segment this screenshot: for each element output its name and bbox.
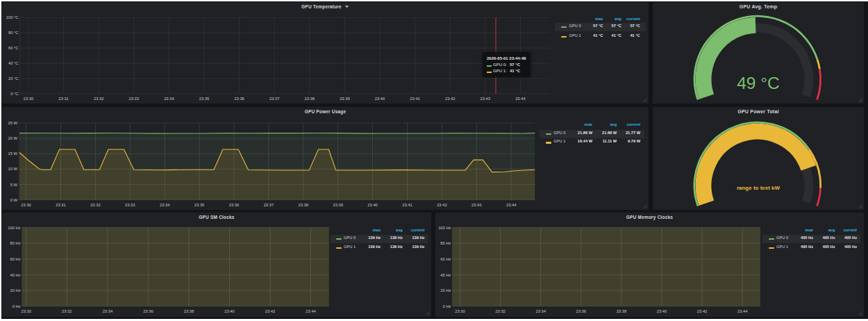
svg-text:23:42: 23:42 [437, 203, 447, 207]
svg-text:23:35: 23:35 [194, 203, 205, 207]
svg-text:23:33: 23:33 [129, 97, 140, 101]
svg-text:23:38: 23:38 [305, 97, 315, 101]
svg-text:23:32: 23:32 [90, 203, 101, 207]
svg-text:23:44: 23:44 [737, 309, 748, 313]
svg-text:20 °C: 20 °C [8, 76, 19, 81]
svg-text:23:42: 23:42 [445, 97, 456, 101]
svg-text:23:44: 23:44 [515, 97, 526, 101]
svg-text:15 W: 15 W [8, 151, 17, 156]
svg-text:0 °C: 0 °C [10, 92, 18, 96]
svg-text:23:32: 23:32 [94, 97, 104, 101]
svg-text:5 W: 5 W [10, 183, 18, 187]
svg-text:10 W: 10 W [8, 167, 17, 171]
svg-text:23:34: 23:34 [103, 309, 113, 313]
svg-text:23:42: 23:42 [265, 309, 276, 313]
svg-text:23:34: 23:34 [535, 309, 546, 313]
svg-text:23:40: 23:40 [657, 309, 667, 313]
svg-text:23:34: 23:34 [160, 203, 170, 207]
svg-text:23:43: 23:43 [481, 97, 491, 101]
svg-text:80 Hz: 80 Hz [440, 241, 451, 245]
svg-text:40 °C: 40 °C [8, 61, 19, 65]
svg-text:23:43: 23:43 [471, 203, 482, 207]
svg-text:23:33: 23:33 [125, 203, 135, 207]
svg-text:60 Hz: 60 Hz [440, 257, 451, 261]
svg-text:23:34: 23:34 [164, 97, 174, 101]
svg-text:23:39: 23:39 [333, 203, 343, 207]
svg-text:23:35: 23:35 [199, 97, 210, 101]
svg-text:23:30: 23:30 [24, 97, 34, 101]
svg-text:23:36: 23:36 [234, 97, 244, 101]
svg-text:23:40: 23:40 [224, 309, 235, 313]
svg-text:0 Hz: 0 Hz [12, 304, 21, 308]
svg-text:100 °C: 100 °C [6, 15, 19, 19]
svg-text:20 W: 20 W [8, 136, 17, 140]
svg-text:23:30: 23:30 [21, 203, 31, 207]
svg-text:80 °C: 80 °C [8, 31, 19, 35]
svg-text:0 Hz: 0 Hz [443, 304, 451, 308]
svg-text:23:40: 23:40 [367, 203, 378, 207]
svg-text:23:44: 23:44 [506, 203, 517, 207]
svg-text:23:41: 23:41 [402, 203, 412, 207]
svg-text:23:32: 23:32 [62, 309, 72, 313]
svg-text:23:38: 23:38 [299, 203, 309, 207]
svg-text:23:31: 23:31 [58, 97, 69, 101]
svg-text:23:36: 23:36 [229, 203, 240, 207]
svg-text:40 Hz: 40 Hz [10, 273, 21, 277]
svg-text:23:38: 23:38 [184, 309, 194, 313]
svg-text:23:31: 23:31 [56, 203, 66, 207]
svg-text:20 Hz: 20 Hz [440, 288, 451, 293]
svg-text:0 W: 0 W [10, 198, 18, 202]
svg-text:40 Hz: 40 Hz [440, 273, 451, 277]
svg-text:20 Hz: 20 Hz [10, 288, 21, 293]
svg-text:23:36: 23:36 [576, 309, 587, 313]
svg-text:23:38: 23:38 [617, 309, 627, 313]
svg-text:25 W: 25 W [8, 121, 17, 125]
svg-text:23:37: 23:37 [269, 97, 280, 101]
svg-text:80 Hz: 80 Hz [10, 241, 21, 245]
svg-text:100 Hz: 100 Hz [8, 226, 20, 230]
svg-text:23:41: 23:41 [410, 97, 420, 101]
svg-text:23:36: 23:36 [143, 309, 153, 313]
svg-text:23:30: 23:30 [455, 309, 465, 313]
svg-text:23:39: 23:39 [340, 97, 350, 101]
svg-text:60 °C: 60 °C [8, 46, 19, 50]
svg-text:23:37: 23:37 [264, 203, 274, 207]
svg-text:23:32: 23:32 [495, 309, 506, 313]
svg-text:60 Hz: 60 Hz [10, 257, 21, 261]
svg-text:23:30: 23:30 [22, 309, 32, 313]
svg-text:23:40: 23:40 [375, 97, 385, 101]
svg-text:100 Hz: 100 Hz [438, 226, 451, 230]
svg-text:23:42: 23:42 [697, 309, 708, 313]
svg-text:23:44: 23:44 [306, 309, 316, 313]
